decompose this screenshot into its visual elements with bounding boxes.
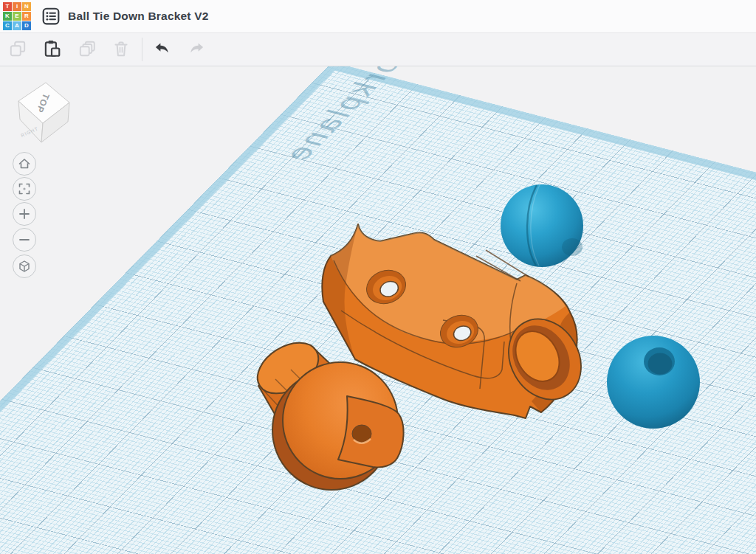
paste-button[interactable] — [41, 39, 62, 60]
logo-letter: C — [3, 21, 12, 30]
logo-letter: R — [22, 12, 31, 21]
logo-letter: A — [13, 21, 21, 30]
viewport-canvas[interactable]: Workplane — [0, 66, 756, 554]
edit-toolbar — [0, 33, 756, 66]
logo-letter: T — [3, 2, 12, 11]
view-cube[interactable]: TOP RIGHT — [0, 66, 89, 154]
object-ball-with-seam[interactable] — [501, 184, 583, 267]
design-properties-button[interactable] — [41, 7, 61, 26]
copy-icon — [8, 39, 27, 58]
model-objects-layer — [0, 66, 756, 554]
logo-letter: D — [22, 21, 31, 30]
logo-letter: I — [13, 2, 21, 11]
home-view-button[interactable] — [13, 152, 36, 176]
perspective-toggle-button[interactable] — [13, 255, 36, 278]
plus-icon — [18, 207, 31, 221]
tinkercad-logo[interactable]: T I N K E R C A D — [3, 2, 31, 30]
undo-button[interactable] — [151, 39, 172, 60]
logo-letter: E — [13, 12, 21, 21]
document-title[interactable]: Ball Tie Down Bracket V2 — [68, 10, 209, 23]
orthographic-cube-icon — [18, 260, 31, 273]
duplicate-button[interactable] — [77, 39, 97, 60]
trash-icon — [111, 39, 131, 58]
undo-icon — [152, 39, 171, 58]
top-bar: T I N K E R C A D Ball Tie Down Bracket … — [0, 0, 756, 33]
redo-button[interactable] — [187, 39, 207, 60]
zoom-out-button[interactable] — [13, 228, 36, 252]
logo-letter: N — [22, 2, 31, 11]
home-icon — [18, 157, 31, 170]
object-ball-with-hole[interactable] — [607, 336, 700, 429]
minus-icon — [18, 233, 31, 246]
list-icon — [41, 7, 61, 26]
duplicate-icon — [78, 39, 97, 58]
fit-view-button[interactable] — [13, 177, 36, 201]
zoom-in-button[interactable] — [13, 202, 36, 226]
toolbar-divider — [142, 38, 142, 61]
logo-letter: K — [3, 12, 12, 21]
redo-icon — [188, 39, 207, 58]
copy-button[interactable] — [7, 39, 28, 60]
delete-button[interactable] — [111, 39, 131, 60]
fit-view-icon — [18, 182, 31, 195]
paste-icon — [42, 39, 61, 58]
